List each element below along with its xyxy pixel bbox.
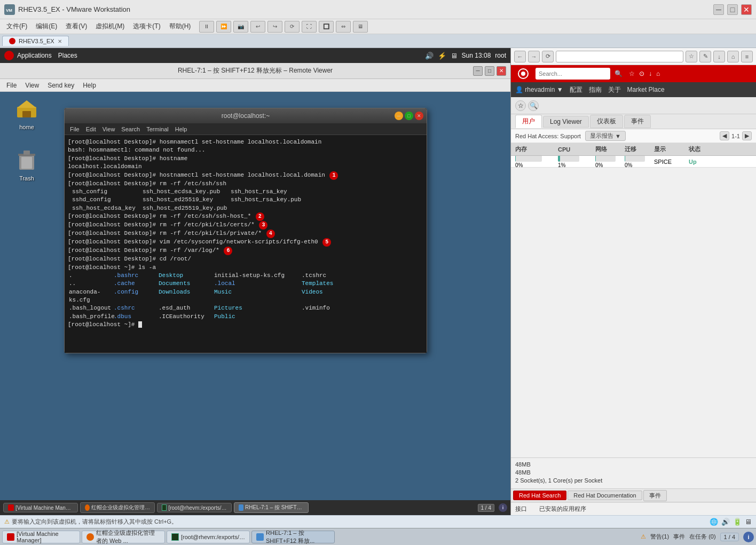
- terminal-terminal-menu[interactable]: Terminal: [143, 125, 172, 133]
- btab-redhat-search[interactable]: Red Hat Search: [513, 491, 566, 500]
- refresh-btn[interactable]: ⟳: [542, 51, 554, 62]
- terminal-edit-menu[interactable]: Edit: [83, 125, 99, 133]
- ls-item-documents: Documents: [159, 280, 212, 288]
- tab-logviewer[interactable]: Log Viewer: [543, 116, 589, 128]
- firefox-icon: [85, 504, 90, 511]
- taskbar-vm-manager[interactable]: [Virtual Machine Manager]: [2, 531, 80, 543]
- rhev-search-icon[interactable]: 🔍: [615, 70, 623, 77]
- rhev-download-icon[interactable]: ↓: [649, 70, 652, 77]
- home-folder-icon: [14, 96, 40, 122]
- rhev-star-icon[interactable]: ☆: [629, 70, 635, 77]
- search-btn[interactable]: 🔍: [528, 100, 539, 111]
- trash-icon-item[interactable]: Trash: [4, 147, 49, 181]
- rhev-home-icon[interactable]: ⌂: [656, 70, 660, 77]
- tab-dashboard[interactable]: 仪表板: [590, 115, 623, 128]
- rhev-search-input[interactable]: [536, 68, 610, 80]
- taskbar-viewer[interactable]: RHEL-7:1 – 按 SHIFT+F12 释放...: [251, 531, 335, 543]
- prev-page-btn[interactable]: ◀: [720, 131, 729, 140]
- terminal-view-menu[interactable]: View: [99, 125, 119, 133]
- tab-events[interactable]: 事件: [624, 115, 651, 128]
- bookmark-icon[interactable]: ✎: [699, 51, 711, 62]
- inner-task-firefox[interactable]: 红帽企业级虚拟化管理者的 Web ...: [80, 502, 155, 513]
- tray-alert-icon: ⚠: [641, 533, 646, 540]
- inner-info-btn[interactable]: i: [499, 503, 507, 512]
- btab-events[interactable]: 事件: [643, 490, 667, 501]
- rv-view-menu[interactable]: View: [21, 81, 43, 90]
- svg-point-10: [521, 72, 525, 76]
- vm-menu[interactable]: 虚拟机(M): [91, 20, 129, 33]
- tab-user[interactable]: 用户: [515, 115, 542, 128]
- table-row[interactable]: 0% 1% 0% 0% SPICE Up: [511, 156, 756, 168]
- terminal-search-menu[interactable]: Search: [118, 125, 143, 133]
- tab-menu[interactable]: 选项卡(T): [129, 20, 164, 33]
- gnome-applications-menu[interactable]: Applications: [17, 52, 52, 59]
- rv-help-menu[interactable]: Help: [78, 81, 100, 90]
- toolbar-btn-5[interactable]: ↪: [267, 21, 282, 33]
- tray-display-icon: 🖥: [745, 518, 752, 526]
- inner-task-viewer-label: RHEL-7:1 – 按 SHIFT+F12 释放...: [245, 504, 304, 511]
- rv-sendkey-menu[interactable]: Send key: [43, 81, 78, 90]
- btab-redhat-docs[interactable]: Red Hat Documentation: [568, 491, 642, 500]
- next-page-btn[interactable]: ▶: [742, 131, 752, 140]
- interface-label: 接口: [515, 505, 527, 512]
- forward-btn[interactable]: →: [528, 51, 540, 62]
- view-menu[interactable]: 查看(V): [61, 20, 91, 33]
- download-btn[interactable]: ↓: [713, 51, 725, 62]
- taskbar-info-btn[interactable]: i: [743, 532, 754, 542]
- revert-btn[interactable]: ↩: [250, 21, 265, 33]
- star-btn[interactable]: ☆: [686, 51, 697, 62]
- taskbar-firefox[interactable]: 红帽企业级虚拟化管理者的 Web ...: [82, 531, 165, 543]
- config-nav[interactable]: 配置: [570, 85, 582, 94]
- toolbar-btn-6[interactable]: ⟳: [285, 21, 300, 33]
- guide-nav[interactable]: 指南: [589, 85, 602, 94]
- file-menu[interactable]: 文件(F): [2, 20, 32, 33]
- rv-maximize[interactable]: □: [485, 66, 494, 76]
- vm-tab-close[interactable]: ✕: [58, 38, 62, 44]
- url-bar[interactable]: [556, 51, 683, 62]
- rv-minimize[interactable]: ─: [473, 66, 483, 76]
- user-menu[interactable]: 👤 rhevadmin ▼: [515, 86, 563, 93]
- pause-btn[interactable]: ⏸: [199, 21, 214, 33]
- taskbar-terminal[interactable]: [root@rhevm:/exports/rhevisos/...: [167, 531, 250, 543]
- vmware-titlebar: VM RHEV3.5_EX - VMware Workstation ─ □ ✕: [0, 0, 756, 19]
- terminal-maximize[interactable]: □: [405, 112, 413, 120]
- rv-file-menu[interactable]: File: [2, 81, 21, 90]
- fullscreen-btn[interactable]: ⛶: [302, 21, 317, 33]
- terminal-file-menu[interactable]: File: [67, 125, 83, 133]
- snapshot-btn[interactable]: 📷: [233, 21, 248, 33]
- inner-task-vm-manager[interactable]: [Virtual Machine Manager]: [3, 503, 78, 512]
- restore-button[interactable]: □: [727, 4, 738, 15]
- edit-menu[interactable]: 编辑(E): [32, 20, 61, 33]
- menu-nav-btn[interactable]: ≡: [741, 51, 753, 62]
- terminal-titlebar: root@localhost:~ ─ □ ✕: [65, 108, 427, 123]
- home-nav-btn[interactable]: ⌂: [727, 51, 739, 62]
- home-icon[interactable]: home: [4, 96, 49, 130]
- rv-close[interactable]: ✕: [497, 66, 506, 76]
- gnome-time: Sun 13:08: [462, 52, 491, 59]
- back-btn[interactable]: ←: [514, 51, 526, 62]
- terminal-close[interactable]: ✕: [415, 112, 423, 120]
- report-btn[interactable]: 显示报告 ▼: [585, 131, 626, 141]
- close-button[interactable]: ✕: [741, 4, 752, 15]
- help-menu[interactable]: 帮助(H): [165, 20, 195, 33]
- terminal-minimize[interactable]: ─: [395, 112, 403, 120]
- marketplace-nav[interactable]: Market Place: [627, 86, 665, 93]
- rhev-selfservice-icon[interactable]: ⊙: [639, 70, 644, 77]
- vm-tab[interactable]: RHEV3.5_EX ✕: [2, 36, 69, 46]
- about-nav[interactable]: 关于: [608, 85, 621, 94]
- toolbar-btn-9[interactable]: 🖥: [353, 21, 368, 33]
- unity-btn[interactable]: 🔲: [319, 21, 334, 33]
- minimize-button[interactable]: ─: [713, 4, 724, 15]
- toolbar-btn-8[interactable]: ⇔: [336, 21, 351, 33]
- rv-title: RHEL-7:1 – 按 SHIFT+F12 释放光标 – Remote Vie…: [178, 66, 333, 75]
- bookmark-star-btn[interactable]: ☆: [515, 100, 526, 111]
- step-badge-4: 4: [266, 230, 275, 238]
- ls-item-config: .config: [114, 288, 156, 305]
- terminal-window: root@localhost:~ ─ □ ✕ File Edit View Se…: [64, 108, 427, 353]
- inner-task-viewer[interactable]: RHEL-7:1 – 按 SHIFT+F12 释放...: [234, 502, 309, 513]
- gnome-places-menu[interactable]: Places: [58, 52, 77, 59]
- terminal-help-menu[interactable]: Help: [172, 125, 191, 133]
- toolbar-btn-2[interactable]: ⏩: [216, 21, 231, 33]
- vmware-icon: VM: [4, 4, 15, 15]
- inner-task-terminal[interactable]: [root@rhevm:/exports/rhevisos/...: [157, 503, 232, 512]
